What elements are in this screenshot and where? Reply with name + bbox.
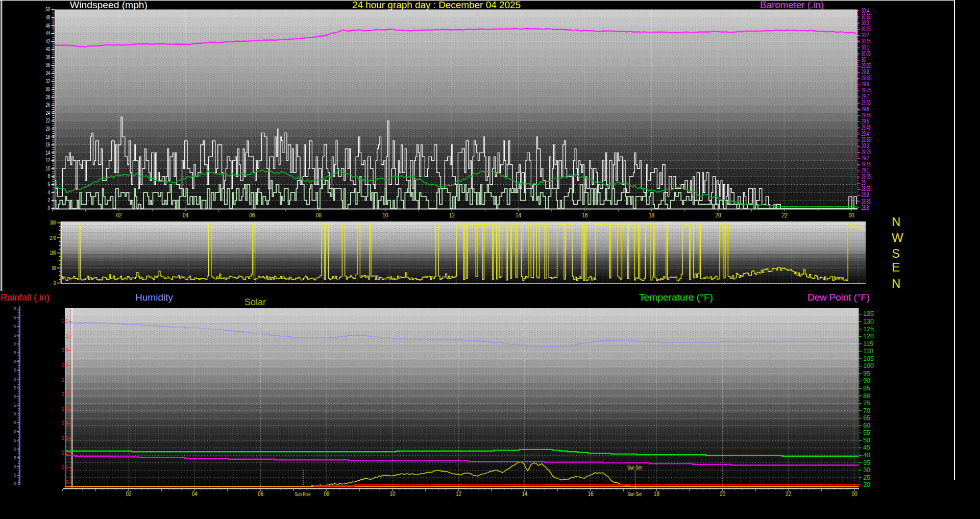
svg-text:75: 75 (863, 400, 870, 407)
svg-text:20: 20 (863, 481, 870, 488)
svg-text:Humidity: Humidity (135, 292, 173, 303)
svg-text:50: 50 (863, 437, 870, 444)
svg-text:0.8: 0.8 (62, 362, 68, 368)
svg-text:5: 5 (14, 437, 16, 443)
svg-text:Barometer (.in): Barometer (.in) (760, 0, 824, 10)
svg-text:18: 18 (649, 212, 654, 219)
svg-text:90: 90 (863, 377, 870, 384)
svg-text:Solar: Solar (244, 297, 266, 307)
svg-text:Sun Set: Sun Set (627, 464, 642, 471)
svg-text:5: 5 (14, 419, 16, 425)
svg-text:0: 0 (14, 358, 16, 364)
svg-text:5: 5 (14, 314, 16, 320)
svg-text:16: 16 (587, 490, 593, 498)
svg-text:5: 5 (14, 332, 16, 338)
svg-text:0: 0 (14, 324, 16, 329)
svg-text:5: 5 (14, 402, 16, 408)
svg-text:0.5: 0.5 (62, 406, 68, 412)
svg-text:02: 02 (116, 212, 121, 219)
svg-text:Rainfall (.in): Rainfall (.in) (1, 292, 50, 303)
svg-text:18: 18 (654, 490, 659, 498)
svg-text:130: 130 (863, 318, 874, 325)
svg-text:30: 30 (863, 466, 870, 474)
svg-text:S: S (892, 246, 900, 260)
svg-text:02: 02 (126, 490, 132, 498)
svg-text:24 hour graph day : December 0: 24 hour graph day : December 04 2025 (352, 0, 521, 10)
svg-text:55: 55 (863, 429, 870, 436)
svg-text:5: 5 (14, 385, 16, 390)
svg-text:2: 2 (48, 197, 51, 203)
svg-text:0: 0 (66, 479, 68, 485)
svg-text:60: 60 (863, 422, 870, 429)
svg-text:0: 0 (14, 446, 16, 452)
svg-text:8: 8 (48, 174, 51, 179)
svg-text:270: 270 (50, 235, 56, 241)
svg-text:N: N (892, 277, 900, 290)
svg-text:10: 10 (382, 212, 388, 219)
svg-text:20: 20 (716, 212, 721, 219)
svg-text:28: 28 (45, 94, 50, 100)
svg-text:65: 65 (863, 414, 870, 422)
svg-text:0: 0 (14, 306, 16, 311)
svg-text:360: 360 (50, 220, 56, 226)
svg-text:32: 32 (45, 79, 50, 84)
svg-text:00: 00 (852, 490, 857, 498)
svg-text:4: 4 (48, 190, 51, 195)
svg-text:85: 85 (863, 385, 870, 392)
svg-text:Sun Set: Sun Set (627, 491, 642, 497)
svg-text:0.7: 0.7 (62, 377, 68, 383)
svg-text:0.2: 0.2 (62, 450, 68, 456)
svg-text:10: 10 (45, 166, 50, 171)
svg-text:0.9: 0.9 (62, 347, 68, 353)
svg-text:1.1: 1.1 (62, 318, 68, 324)
svg-text:Temperature (°F): Temperature (°F) (639, 292, 713, 303)
svg-text:14: 14 (516, 212, 521, 219)
svg-text:80: 80 (863, 392, 870, 400)
svg-text:30: 30 (45, 86, 50, 92)
svg-text:105: 105 (863, 355, 874, 362)
svg-text:45: 45 (863, 444, 870, 451)
svg-text:Dew Point (°F): Dew Point (°F) (807, 292, 870, 303)
svg-text:14: 14 (45, 150, 50, 156)
svg-text:04: 04 (192, 490, 198, 498)
svg-text:0.3: 0.3 (62, 435, 68, 441)
svg-text:08: 08 (324, 490, 329, 498)
svg-text:135: 135 (863, 310, 874, 317)
svg-text:08: 08 (316, 212, 322, 219)
svg-text:35: 35 (863, 459, 870, 466)
svg-text:36: 36 (45, 62, 50, 68)
svg-text:90: 90 (52, 265, 56, 271)
svg-text:12: 12 (456, 490, 461, 498)
svg-text:20: 20 (45, 126, 50, 132)
svg-text:0: 0 (14, 341, 16, 347)
svg-text:22: 22 (782, 212, 788, 219)
svg-text:115: 115 (863, 340, 873, 348)
svg-text:25: 25 (863, 474, 870, 481)
svg-text:0: 0 (14, 463, 16, 469)
svg-text:34: 34 (45, 70, 50, 76)
svg-text:0: 0 (14, 411, 16, 416)
svg-text:180: 180 (50, 250, 56, 256)
svg-text:5: 5 (14, 455, 16, 460)
svg-text:0.4: 0.4 (62, 420, 68, 426)
svg-text:12: 12 (45, 158, 50, 163)
svg-text:06: 06 (249, 212, 255, 219)
svg-text:6: 6 (48, 182, 51, 187)
svg-text:1: 1 (66, 333, 68, 339)
svg-text:Sun Rise: Sun Rise (295, 491, 311, 497)
svg-text:14: 14 (522, 490, 527, 498)
svg-text:22: 22 (45, 118, 50, 123)
svg-text:95: 95 (863, 370, 870, 377)
svg-text:0.6: 0.6 (62, 391, 68, 397)
svg-text:100: 100 (863, 362, 874, 369)
svg-text:0: 0 (14, 393, 16, 399)
svg-text:00: 00 (848, 212, 854, 219)
svg-text:06: 06 (258, 490, 263, 498)
svg-text:0: 0 (14, 481, 16, 486)
svg-text:E: E (892, 260, 900, 274)
svg-text:46: 46 (45, 23, 50, 29)
svg-text:0: 0 (14, 428, 16, 434)
svg-text:04: 04 (183, 212, 188, 219)
svg-text:0: 0 (54, 280, 56, 286)
svg-text:26: 26 (45, 102, 50, 108)
